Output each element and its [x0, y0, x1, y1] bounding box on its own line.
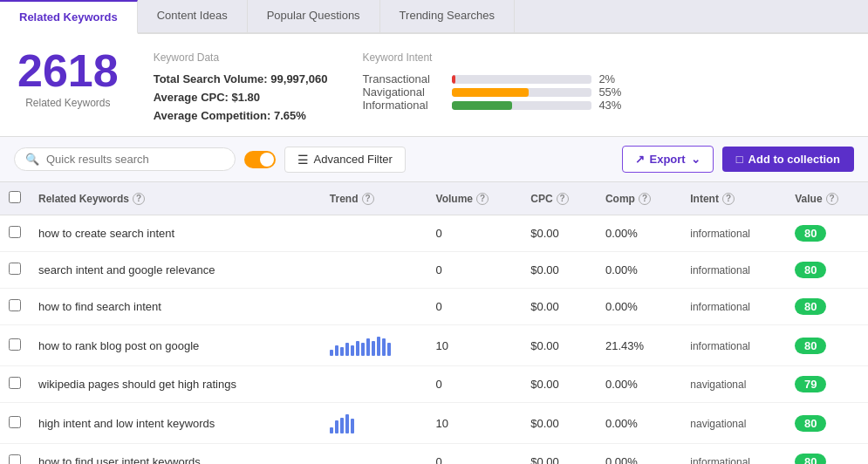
row-checkbox[interactable]	[9, 377, 21, 389]
table-row: how to find user intent keywords 0 $0.00…	[0, 444, 868, 465]
total-search-volume-row: Total Search Volume: 99,997,060	[154, 72, 328, 85]
row-checkbox[interactable]	[9, 299, 21, 311]
row-cpc: $0.00	[522, 289, 597, 325]
select-all-checkbox[interactable]	[9, 191, 21, 203]
trend-bar	[366, 338, 370, 356]
row-value: 79	[786, 366, 868, 403]
row-comp: 0.00%	[597, 289, 681, 325]
collection-icon: □	[736, 153, 743, 166]
row-cpc: $0.00	[522, 215, 597, 252]
header-checkbox-cell[interactable]	[0, 182, 30, 215]
intent-bar-bg	[452, 101, 591, 110]
tab-related-keywords[interactable]: Related Keywords	[0, 0, 138, 34]
avg-competition-row: Average Competition: 7.65%	[154, 109, 328, 122]
trend-bar	[361, 343, 365, 356]
trend-bar	[377, 337, 380, 356]
trend-bar	[345, 343, 349, 356]
trend-bar	[351, 419, 354, 433]
row-keyword: high intent and low intent keywords	[30, 403, 321, 444]
tab-content-ideas[interactable]: Content Ideas	[138, 0, 248, 32]
row-checkbox-cell[interactable]	[0, 289, 30, 325]
table-row: how to create search intent 0 $0.00 0.00…	[0, 215, 868, 252]
trend-bar	[387, 343, 391, 356]
row-intent: informational	[681, 325, 786, 366]
search-icon: 🔍	[25, 153, 39, 166]
table-row: search intent and google relevance 0 $0.…	[0, 252, 868, 289]
help-icon-volume[interactable]: ?	[476, 193, 489, 205]
keywords-table-container: Related Keywords ? Trend ? Volume ?	[0, 182, 868, 464]
intent-row-navigational: Navigational 55%	[362, 85, 625, 99]
trend-bar	[340, 418, 344, 433]
keywords-table: Related Keywords ? Trend ? Volume ?	[0, 182, 868, 464]
avg-cpc-label: Average CPC:	[154, 91, 229, 104]
table-row: how to find search intent 0 $0.00 0.00% …	[0, 289, 868, 325]
intent-label: Transactional	[362, 72, 445, 85]
row-value: 80	[786, 444, 868, 465]
help-icon-intent[interactable]: ?	[722, 193, 735, 205]
row-intent: navigational	[681, 403, 786, 444]
row-checkbox[interactable]	[9, 263, 21, 275]
row-checkbox-cell[interactable]	[0, 252, 30, 289]
trend-bar	[372, 341, 375, 356]
row-value: 80	[786, 325, 868, 366]
row-checkbox[interactable]	[9, 416, 21, 428]
keyword-data-block: Keyword Data Total Search Volume: 99,997…	[154, 48, 328, 122]
row-checkbox-cell[interactable]	[0, 325, 30, 366]
export-button[interactable]: ↗ Export ⌄	[622, 146, 714, 173]
tab-trending-searches[interactable]: Trending Searches	[380, 0, 515, 32]
tab-popular-questions[interactable]: Popular Questions	[248, 0, 380, 32]
filter-lines-icon: ☰	[297, 153, 309, 167]
help-icon-value[interactable]: ?	[826, 193, 838, 205]
row-volume: 10	[427, 403, 523, 444]
row-keyword: how to find search intent	[30, 289, 321, 325]
toolbar: 🔍 ☰ Advanced Filter ↗ Export ⌄ □ Add to …	[0, 137, 868, 182]
keyword-data-title: Keyword Data	[154, 51, 328, 64]
advanced-filter-button[interactable]: ☰ Advanced Filter	[284, 147, 406, 173]
avg-competition-value: 7.65%	[274, 109, 306, 122]
help-icon-keyword[interactable]: ?	[133, 193, 145, 205]
help-icon-cpc[interactable]: ?	[557, 193, 569, 205]
intent-pct: 2%	[598, 72, 625, 85]
avg-cpc-row: Average CPC: $1.80	[154, 91, 328, 104]
summary-section: 2618 Related Keywords Keyword Data Total…	[0, 34, 868, 137]
toggle-switch[interactable]	[244, 151, 276, 168]
row-trend	[321, 325, 427, 366]
header-value: Value ?	[786, 182, 868, 215]
row-cpc: $0.00	[522, 325, 597, 366]
intent-row-transactional: Transactional 2%	[362, 72, 625, 85]
add-to-collection-button[interactable]: □ Add to collection	[722, 147, 854, 172]
help-icon-comp[interactable]: ?	[639, 193, 651, 205]
row-cpc: $0.00	[522, 252, 597, 289]
row-volume: 0	[427, 289, 523, 325]
row-checkbox[interactable]	[9, 226, 21, 238]
row-checkbox-cell[interactable]	[0, 215, 30, 252]
intent-label: Informational	[362, 99, 445, 112]
avg-competition-label: Average Competition:	[154, 109, 271, 122]
intent-pct: 43%	[598, 99, 625, 112]
row-checkbox[interactable]	[9, 338, 21, 351]
tabs-bar: Related Keywords Content Ideas Popular Q…	[0, 0, 868, 34]
row-keyword: how to find user intent keywords	[30, 444, 321, 465]
row-trend	[321, 252, 427, 289]
row-trend	[321, 289, 427, 325]
search-input[interactable]	[46, 153, 224, 166]
row-comp: 21.43%	[597, 325, 681, 366]
trend-chart	[330, 413, 419, 433]
total-search-volume-value: 99,997,060	[270, 72, 327, 85]
header-intent: Intent ?	[681, 182, 786, 215]
help-icon-trend[interactable]: ?	[362, 193, 374, 205]
row-value: 80	[786, 289, 868, 325]
keyword-intent-title: Keyword Intent	[362, 51, 625, 64]
row-checkbox[interactable]	[9, 454, 21, 464]
row-volume: 0	[427, 444, 523, 465]
row-checkbox-cell[interactable]	[0, 366, 30, 403]
search-box[interactable]: 🔍	[14, 147, 236, 171]
intent-bar	[452, 75, 455, 84]
row-volume: 0	[427, 252, 523, 289]
row-checkbox-cell[interactable]	[0, 444, 30, 465]
header-related-keywords: Related Keywords ?	[30, 182, 321, 215]
intent-bar-bg	[452, 75, 591, 84]
row-checkbox-cell[interactable]	[0, 403, 30, 444]
chevron-down-icon: ⌄	[691, 153, 701, 166]
trend-bar	[345, 414, 349, 433]
